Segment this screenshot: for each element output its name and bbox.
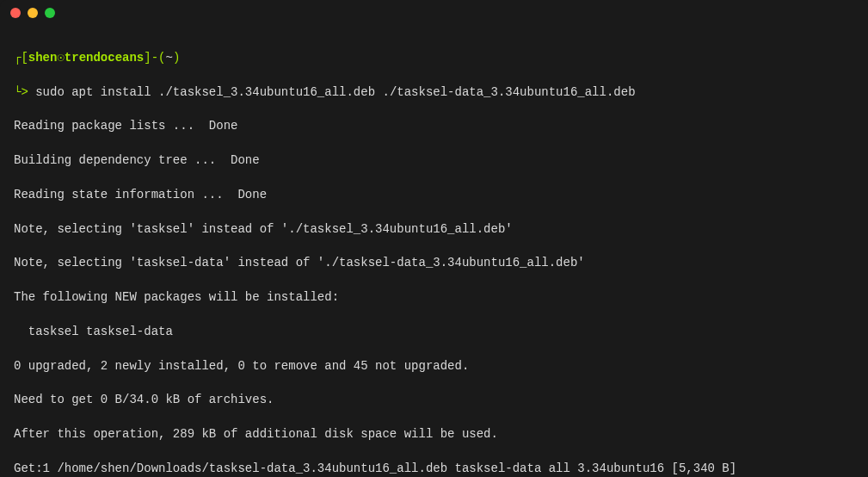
close-icon[interactable] xyxy=(10,8,21,18)
output-line: Note, selecting 'tasksel-data' instead o… xyxy=(14,255,854,272)
output-line: The following NEW packages will be insta… xyxy=(14,289,854,307)
prompt-host: trendoceans xyxy=(65,51,144,65)
terminal-window: ┌[shen☉trendoceans]-(~) └> sudo apt inst… xyxy=(0,0,868,477)
prompt-bracket-close: ]- xyxy=(144,51,158,65)
terminal-content[interactable]: ┌[shen☉trendoceans]-(~) └> sudo apt inst… xyxy=(0,26,868,477)
prompt-path: ~ xyxy=(166,51,173,65)
output-line: Get:1 /home/shen/Downloads/tasksel-data_… xyxy=(14,461,854,477)
minimize-icon[interactable] xyxy=(28,8,38,18)
prompt-arrow: └> xyxy=(14,85,28,99)
output-line: Need to get 0 B/34.0 kB of archives. xyxy=(14,392,854,409)
output-line: 0 upgraded, 2 newly installed, 0 to remo… xyxy=(14,358,854,375)
command-text: sudo apt install ./tasksel_3.34ubuntu16_… xyxy=(28,85,636,99)
output-line: Building dependency tree ... Done xyxy=(14,152,854,170)
output-line: Reading package lists ... Done xyxy=(14,118,854,135)
output-line: Note, selecting 'tasksel' instead of './… xyxy=(14,221,854,238)
prompt-at: ☉ xyxy=(57,51,64,65)
maximize-icon[interactable] xyxy=(45,8,55,18)
prompt-user: shen xyxy=(28,51,58,65)
command-line: └> sudo apt install ./tasksel_3.34ubuntu… xyxy=(14,84,854,102)
prompt-bracket-open: ┌[ xyxy=(14,51,28,65)
output-line: After this operation, 289 kB of addition… xyxy=(14,426,854,443)
window-titlebar xyxy=(0,0,868,26)
output-line: Reading state information ... Done xyxy=(14,187,854,204)
prompt-path-open: ( xyxy=(158,51,165,65)
prompt-line-1: ┌[shen☉trendoceans]-(~) xyxy=(14,50,854,67)
output-line: tasksel tasksel-data xyxy=(14,324,854,341)
prompt-path-close: ) xyxy=(173,51,180,65)
